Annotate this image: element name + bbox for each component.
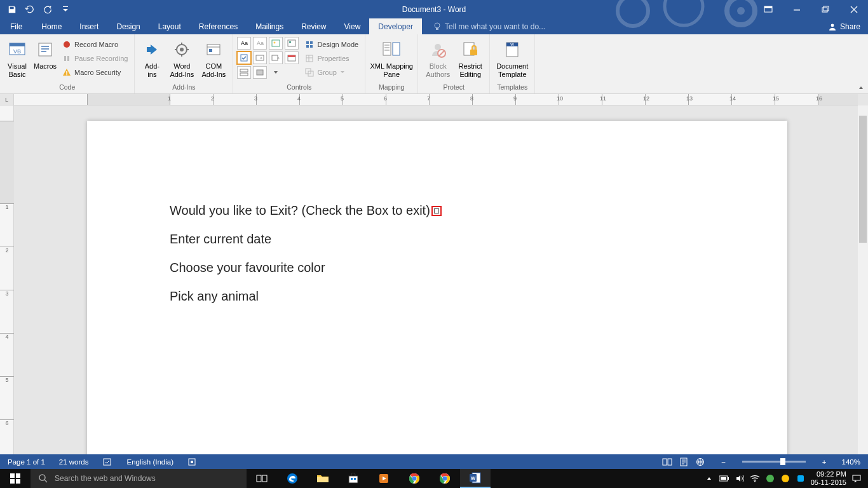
doc-line-1[interactable]: Would you like to Exit? (Check the Box t… bbox=[170, 203, 705, 218]
doc-line-3[interactable]: Choose your favourite color bbox=[170, 261, 705, 275]
document-viewport[interactable]: Would you like to Exit? (Check the Box t… bbox=[14, 105, 858, 454]
document-template-button[interactable]: W Document Template bbox=[494, 37, 531, 81]
status-macro-recording[interactable] bbox=[185, 454, 199, 469]
restrict-editing-button[interactable]: Restrict Editing bbox=[455, 37, 485, 81]
tab-mailings[interactable]: Mailings bbox=[247, 18, 292, 34]
tray-app-1[interactable] bbox=[765, 473, 775, 484]
zoom-in-button[interactable]: + bbox=[818, 454, 831, 469]
minimize-button[interactable] bbox=[782, 0, 811, 18]
window-title: Document3 - Word bbox=[402, 5, 466, 14]
vertical-ruler[interactable]: 123 456 bbox=[0, 105, 14, 454]
save-button[interactable] bbox=[4, 2, 20, 17]
taskbar-store[interactable] bbox=[338, 469, 369, 488]
checkbox-control[interactable] bbox=[237, 51, 251, 64]
tray-app-3[interactable] bbox=[796, 473, 806, 484]
record-icon bbox=[62, 40, 71, 49]
zoom-out-button[interactable]: − bbox=[717, 454, 729, 469]
status-language[interactable]: English (India) bbox=[125, 454, 177, 469]
read-mode-button[interactable] bbox=[659, 454, 675, 469]
zoom-slider[interactable] bbox=[742, 461, 806, 463]
svg-rect-64 bbox=[16, 479, 20, 484]
taskbar-edge[interactable] bbox=[277, 469, 308, 488]
tray-volume-icon[interactable] bbox=[735, 473, 745, 484]
tray-show-hidden[interactable] bbox=[704, 473, 714, 484]
print-layout-button[interactable] bbox=[675, 454, 692, 469]
tab-design[interactable]: Design bbox=[107, 18, 149, 34]
undo-button[interactable] bbox=[22, 2, 38, 17]
action-center-button[interactable] bbox=[851, 473, 862, 484]
web-layout-button[interactable] bbox=[692, 454, 709, 469]
zoom-slider-thumb[interactable] bbox=[780, 458, 785, 465]
combobox-control[interactable] bbox=[253, 51, 267, 64]
status-bar: Page 1 of 1 21 words English (India) − +… bbox=[0, 454, 868, 469]
tab-references[interactable]: References bbox=[190, 18, 247, 34]
addins-button[interactable]: Add- ins bbox=[139, 37, 165, 81]
xml-mapping-button[interactable]: XML Mapping Pane bbox=[369, 37, 414, 81]
tray-wifi-icon[interactable] bbox=[750, 473, 760, 484]
doc-line-4[interactable]: Pick any animal bbox=[170, 289, 705, 304]
doc-line-2[interactable]: Enter current date bbox=[170, 232, 705, 247]
legacy-tools-dropdown[interactable] bbox=[269, 66, 283, 79]
rich-text-control[interactable]: Aa bbox=[237, 37, 251, 50]
document-page[interactable]: Would you like to Exit? (Check the Box t… bbox=[87, 121, 787, 454]
com-addins-button[interactable]: COM Add-Ins bbox=[198, 37, 229, 81]
date-picker-control[interactable] bbox=[285, 51, 299, 64]
taskbar-media-player[interactable] bbox=[369, 469, 399, 488]
tab-home[interactable]: Home bbox=[32, 18, 71, 34]
qat-customize-button[interactable] bbox=[57, 2, 74, 17]
plain-text-control[interactable]: Aa bbox=[253, 37, 267, 50]
content-controls-gallery: Aa Aa bbox=[237, 37, 299, 79]
macros-button[interactable]: Macros bbox=[32, 37, 58, 81]
visual-basic-button[interactable]: VB Visual Basic bbox=[4, 37, 31, 81]
redo-button[interactable] bbox=[39, 2, 56, 17]
group-addins: Add- ins Word Add-Ins COM Add-Ins Add-In… bbox=[135, 34, 233, 93]
zoom-level[interactable]: 140% bbox=[839, 454, 863, 469]
picture-control[interactable] bbox=[269, 37, 283, 50]
legacy-tools-control[interactable] bbox=[253, 66, 267, 79]
share-button[interactable]: Share bbox=[820, 18, 868, 34]
xml-mapping-label: XML Mapping Pane bbox=[370, 62, 412, 78]
group-mapping-label: Mapping bbox=[369, 83, 414, 92]
tab-review[interactable]: Review bbox=[292, 18, 335, 34]
task-view-button[interactable] bbox=[247, 469, 277, 488]
tab-insert[interactable]: Insert bbox=[71, 18, 107, 34]
taskbar-chrome-2[interactable] bbox=[430, 469, 460, 488]
tab-developer[interactable]: Developer bbox=[369, 18, 422, 34]
repeating-section-control[interactable] bbox=[237, 66, 251, 79]
collapse-ribbon-button[interactable] bbox=[858, 85, 864, 91]
tab-view[interactable]: View bbox=[336, 18, 370, 34]
design-mode-button[interactable]: Design Mode bbox=[302, 38, 361, 51]
tell-me-search[interactable]: Tell me what you want to do... bbox=[422, 18, 545, 34]
tray-battery-icon[interactable] bbox=[719, 473, 729, 484]
tab-file[interactable]: File bbox=[0, 18, 32, 34]
svg-point-78 bbox=[443, 477, 447, 481]
taskbar-search[interactable]: Search the web and Windows bbox=[31, 469, 247, 488]
tray-app-2[interactable] bbox=[780, 473, 790, 484]
form-checkbox-control[interactable] bbox=[431, 206, 442, 216]
maximize-button[interactable] bbox=[811, 0, 839, 18]
taskbar-file-explorer[interactable] bbox=[308, 469, 338, 488]
vertical-scrollbar[interactable] bbox=[858, 105, 868, 454]
document-template-label: Document Template bbox=[496, 62, 528, 78]
scrollbar-thumb[interactable] bbox=[859, 116, 867, 243]
dropdown-control[interactable] bbox=[269, 51, 283, 64]
group-mapping: XML Mapping Pane Mapping bbox=[365, 34, 418, 93]
status-proofing[interactable] bbox=[100, 454, 116, 469]
taskbar-clock[interactable]: 09:22 PM 05-11-2015 bbox=[811, 470, 846, 486]
horizontal-ruler[interactable]: 12 34 56 78 910 1112 1314 15 1617 18 bbox=[14, 94, 858, 105]
gear-icon bbox=[172, 39, 192, 60]
start-button[interactable] bbox=[0, 469, 31, 488]
taskbar-word[interactable]: W bbox=[460, 469, 491, 488]
record-macro-button[interactable]: Record Macro bbox=[60, 38, 130, 51]
word-addins-button[interactable]: Word Add-Ins bbox=[166, 37, 197, 81]
svg-rect-67 bbox=[257, 475, 261, 482]
svg-rect-40 bbox=[257, 70, 263, 75]
com-addins-label: COM Add-Ins bbox=[201, 62, 226, 78]
building-block-control[interactable] bbox=[285, 37, 299, 50]
macro-security-button[interactable]: Macro Security bbox=[60, 66, 130, 79]
taskbar-chrome-1[interactable] bbox=[399, 469, 430, 488]
close-button[interactable] bbox=[839, 0, 868, 18]
group-code: VB Visual Basic Macros Record Macro Paus… bbox=[0, 34, 135, 93]
status-word-count[interactable]: 21 words bbox=[57, 454, 92, 469]
tab-layout[interactable]: Layout bbox=[149, 18, 190, 34]
